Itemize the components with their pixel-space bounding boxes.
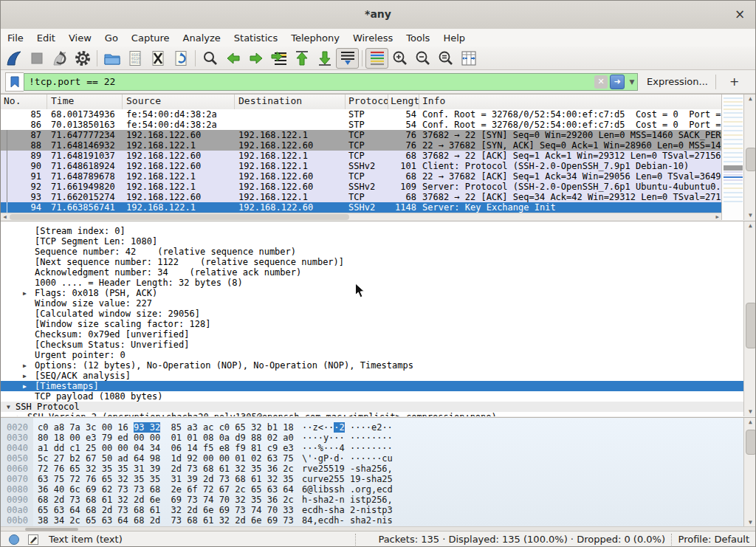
resize-columns-button[interactable] [457, 48, 480, 69]
expand-arrow-icon[interactable]: ▶ [23, 382, 27, 391]
menu-item-file[interactable]: File [1, 30, 30, 46]
detail-row-9[interactable]: [Window size scaling factor: 128] [1, 319, 755, 329]
column-header-destination[interactable]: Destination [235, 94, 346, 109]
add-filter-button[interactable]: + [724, 75, 745, 89]
detail-row-2[interactable]: Sequence number: 42 (relative sequence n… [1, 247, 755, 257]
detail-row-4[interactable]: Acknowledgment number: 34 (relative ack … [1, 267, 755, 278]
detail-row-1[interactable]: [TCP Segment Len: 1080] [1, 236, 755, 247]
packet-row-85[interactable]: 8568.001734936fe:54:00:d4:38:2aSTP54Conf… [1, 109, 721, 120]
packet-row-86[interactable]: 8670.013850163fe:54:00:d4:38:2aSTP54Conf… [1, 120, 721, 130]
zoom-reset-button[interactable] [434, 48, 457, 69]
hex-bytes[interactable]: a1 dd c1 25 00 00 04 34 06 14 f5 e8 f9 8… [38, 443, 294, 453]
hex-ascii[interactable]: ecdh-sha 2-nistp3 [302, 505, 393, 515]
detail-row-6[interactable]: ▶Flags: 0x018 (PSH, ACK) [1, 288, 755, 298]
packet-row-91[interactable]: 9171.648789678192.168.122.1192.168.122.6… [1, 171, 721, 182]
column-header-source[interactable]: Source [123, 94, 235, 109]
expand-arrow-icon[interactable]: ▶ [23, 361, 27, 371]
hex-ascii[interactable]: rve25519 -sha256, [302, 464, 393, 474]
restart-capture-button[interactable] [48, 48, 71, 69]
capture-comment-button[interactable] [27, 534, 39, 547]
detail-row-18[interactable]: ▶SSH Version 2 (encryption:chacha20-poly… [1, 412, 755, 416]
packet-row-87[interactable]: 8771.647777234192.168.122.60192.168.122.… [1, 130, 721, 140]
scroll-up-arrow-icon[interactable]: ▲ [744, 94, 756, 103]
start-capture-button[interactable] [2, 48, 25, 69]
go-first-button[interactable] [290, 48, 313, 69]
hex-row-0030[interactable]: 003080 18 00 e3 79 ed 00 00 01 01 08 0a … [1, 433, 755, 443]
detail-row-11[interactable]: [Checksum Status: Unverified] [1, 340, 755, 350]
save-file-button[interactable]: 010101100011 [123, 48, 146, 69]
detail-row-0[interactable]: [Stream index: 0] [1, 226, 755, 236]
hex-bytes[interactable]: 36 40 6c 69 62 73 73 68 2e 6f 72 67 2c 6… [38, 484, 294, 495]
horizontal-scroll-thumb[interactable] [10, 214, 349, 220]
expert-info-button[interactable] [8, 534, 20, 547]
hex-row-0060[interactable]: 006072 76 65 32 35 35 31 39 2d 73 68 61 … [1, 464, 755, 474]
menu-item-analyze[interactable]: Analyze [176, 30, 227, 46]
hex-ascii[interactable]: 6@libssh .org,ecd [302, 484, 393, 495]
hex-bytes[interactable]: 68 2d 73 68 61 32 2d 6e 69 73 74 70 32 3… [38, 495, 294, 505]
colorize-packets-button[interactable] [365, 48, 388, 69]
profile-status[interactable]: Profile: Default [678, 534, 749, 545]
hex-ascii[interactable]: curve255 19-sha25 [302, 474, 393, 484]
packet-row-90[interactable]: 9071.648618924192.168.122.60192.168.122.… [1, 161, 721, 171]
hex-row-0050[interactable]: 00505c 27 b2 67 50 ad 64 98 1d 92 00 00 … [1, 453, 755, 464]
scroll-up-arrow-icon[interactable]: ▲ [744, 418, 755, 427]
hex-row-00a0[interactable]: 00a065 63 64 68 2d 73 68 61 32 2d 6e 69 … [1, 505, 755, 515]
detail-row-16[interactable]: TCP payload (1080 bytes) [1, 391, 755, 402]
display-filter-value[interactable]: !tcp.port == 22 [24, 76, 594, 87]
scroll-right-arrow-icon[interactable]: ▶ [713, 213, 721, 221]
bytes-vertical-scrollbar[interactable]: ▲ ▼ [743, 418, 755, 527]
column-header-length[interactable]: Length [388, 94, 419, 109]
packet-minimap[interactable] [721, 94, 744, 220]
go-to-packet-button[interactable] [267, 48, 290, 69]
capture-options-button[interactable] [71, 48, 94, 69]
expression-button[interactable]: Expression... [647, 76, 708, 87]
detail-row-12[interactable]: Urgent pointer: 0 [1, 350, 755, 360]
title-bar[interactable]: *any × [1, 1, 755, 30]
expand-arrow-icon[interactable]: ▶ [17, 413, 21, 416]
go-back-button[interactable] [221, 48, 244, 69]
vertical-scroll-thumb[interactable] [746, 303, 755, 348]
close-file-button[interactable] [146, 48, 169, 69]
hex-row-0080[interactable]: 008036 40 6c 69 62 73 73 68 2e 6f 72 67 … [1, 484, 755, 495]
go-forward-button[interactable] [244, 48, 267, 69]
detail-row-5[interactable]: 1000 .... = Header Length: 32 bytes (8) [1, 278, 755, 288]
detail-row-15[interactable]: ▶[Timestamps] [1, 381, 755, 391]
packet-row-93[interactable]: 9371.662015274192.168.122.60192.168.122.… [1, 192, 721, 202]
hex-row-00b0[interactable]: 00b038 34 2c 65 63 64 68 2d 73 68 61 32 … [1, 515, 755, 526]
filter-history-dropdown[interactable]: ▼ [627, 78, 637, 86]
hex-bytes[interactable]: 72 76 65 32 35 35 31 39 2d 73 68 61 32 3… [38, 464, 294, 474]
hex-row-0090[interactable]: 009068 2d 73 68 61 32 2d 6e 69 73 74 70 … [1, 495, 755, 505]
menu-item-help[interactable]: Help [436, 30, 472, 46]
details-vertical-scrollbar[interactable]: ▲ ▼ [743, 221, 755, 416]
close-window-button[interactable]: × [732, 7, 748, 23]
hex-row-0070[interactable]: 007063 75 72 76 65 32 35 35 31 39 2d 73 … [1, 474, 755, 484]
display-filter-input[interactable]: !tcp.port == 22 ✕ ➜ ▼ [24, 73, 638, 91]
packet-row-92[interactable]: 9271.661949820192.168.122.1192.168.122.6… [1, 182, 721, 192]
hex-bytes[interactable]: 63 75 72 76 65 32 35 35 31 39 2d 73 68 6… [38, 474, 294, 484]
hex-ascii[interactable]: ····y··· ········ [302, 433, 393, 443]
column-header-time[interactable]: Time [47, 94, 123, 109]
find-packet-button[interactable] [199, 48, 221, 69]
menu-item-capture[interactable]: Capture [125, 30, 176, 46]
column-header-protocol[interactable]: Protocol [346, 94, 388, 109]
vertical-scroll-thumb[interactable] [746, 430, 755, 455]
column-header-no[interactable]: No. [1, 94, 47, 109]
scroll-down-arrow-icon[interactable]: ▼ [744, 211, 756, 220]
detail-row-14[interactable]: ▶[SEQ/ACK analysis] [1, 371, 755, 381]
detail-row-8[interactable]: [Calculated window size: 29056] [1, 309, 755, 319]
menu-item-telephony[interactable]: Telephony [284, 30, 346, 46]
hex-ascii[interactable]: \'·gP·d· ······cu [302, 453, 393, 464]
detail-row-3[interactable]: [Next sequence number: 1122 (relative se… [1, 257, 755, 267]
packet-row-94[interactable]: 9471.663856741192.168.122.1192.168.122.6… [1, 202, 721, 213]
menu-item-tools[interactable]: Tools [399, 30, 436, 46]
hex-bytes[interactable]: 80 18 00 e3 79 ed 00 00 01 01 08 0a d9 8… [38, 433, 294, 443]
stop-capture-button[interactable] [25, 48, 48, 69]
packet-row-89[interactable]: 8971.648191037192.168.122.60192.168.122.… [1, 151, 721, 161]
scroll-up-arrow-icon[interactable]: ▲ [744, 221, 755, 230]
menu-item-edit[interactable]: Edit [30, 30, 62, 46]
scroll-down-arrow-icon[interactable]: ▼ [744, 407, 755, 416]
clear-filter-button[interactable]: ✕ [594, 75, 608, 89]
menu-item-statistics[interactable]: Statistics [227, 30, 284, 46]
detail-row-10[interactable]: Checksum: 0x79ed [unverified] [1, 329, 755, 340]
auto-scroll-button[interactable] [336, 48, 359, 69]
